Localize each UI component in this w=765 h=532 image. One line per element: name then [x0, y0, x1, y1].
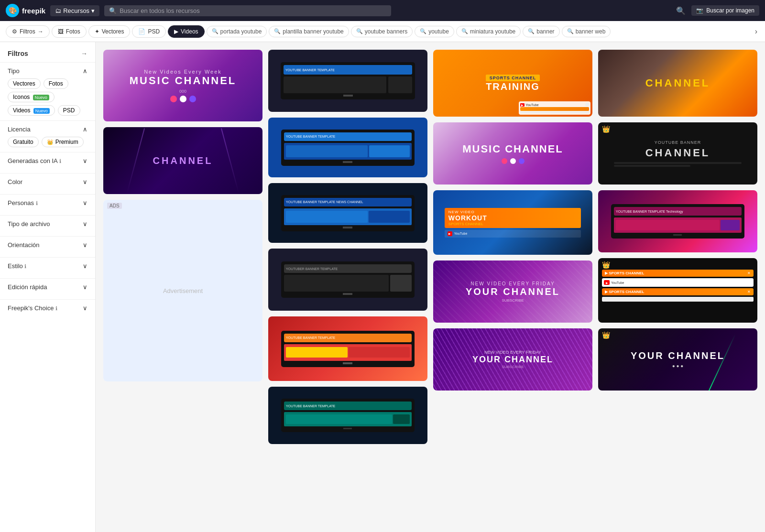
card-channel-text: CHANNEL: [153, 155, 213, 166]
card-channel-purple[interactable]: CHANNEL: [103, 127, 262, 194]
personas-section-header[interactable]: Personas ℹ ∨: [8, 199, 87, 206]
card-monitor-yt-template[interactable]: YOUTUBE BANNER TEMPLATE: [268, 50, 427, 112]
social-dot-2: [180, 96, 186, 102]
monitor-screen-left: [284, 76, 387, 93]
edicion-section-header[interactable]: Edición rápida ∨: [8, 283, 87, 291]
workout-title: WORKOUT: [448, 214, 577, 222]
card-music-channel-gradient[interactable]: MUSIC CHANNEL: [433, 122, 592, 185]
card-monitor-news[interactable]: YOUTUBE BANNER TEMPLATE NEWS CHANNEL: [268, 183, 427, 243]
vectors-icon: ✦: [95, 28, 99, 35]
filters-toggle-button[interactable]: ⚙ Filtros →: [6, 25, 50, 38]
search-by-image-label: Buscar por imagen: [706, 7, 754, 14]
nav-right: 🔍 📷 Buscar por imagen: [676, 5, 759, 16]
card-monitor-esports[interactable]: YOUTUBE BANNER TEMPLATE: [268, 118, 427, 177]
tag-miniatura-label: miniatura youtube: [470, 28, 515, 35]
card-dark-your-channel[interactable]: 👑 YOUR CHANNEL ● ● ●: [598, 328, 757, 391]
color-section-header[interactable]: Color ∨: [8, 178, 87, 185]
tab-psd[interactable]: 📄 PSD: [132, 25, 166, 38]
tag-youtube[interactable]: 🔍 youtube: [415, 26, 454, 37]
freepik-section-header[interactable]: Freepik's Choice ℹ ∨: [8, 304, 87, 312]
chip-fotos[interactable]: Fotos: [44, 78, 68, 89]
psd-icon: 📄: [138, 28, 145, 35]
tag-youtube-banners[interactable]: 🔍 youtube banners: [351, 26, 413, 37]
tag-plantilla-banner[interactable]: 🔍 plantilla banner youtube: [269, 26, 349, 37]
chip-videos[interactable]: Videos Nuevo: [8, 105, 55, 116]
tag-banner[interactable]: 🔍 banner: [523, 26, 559, 37]
ia-section-header[interactable]: Generadas con IA ℹ ∨: [8, 157, 87, 164]
search-tag-icon6: 🔍: [528, 28, 535, 34]
youtuber-screen-1: [284, 275, 389, 292]
tag-banner-label: banner: [536, 28, 554, 35]
chip-psd[interactable]: PSD: [58, 105, 80, 116]
tab-fotos[interactable]: 🖼 Fotos: [52, 25, 87, 38]
more-tags-button[interactable]: ›: [753, 25, 759, 38]
estilo-section-header[interactable]: Estilo ℹ ∨: [8, 262, 87, 270]
tipo-archivo-title: Tipo de archivo: [8, 220, 50, 228]
chip-iconos[interactable]: Iconos Nuevo: [8, 92, 55, 102]
sidebar: Filtros → Tipo ∧ Vectores Fotos Iconos N…: [0, 42, 96, 532]
tab-fotos-label: Fotos: [66, 28, 80, 35]
licencia-title: Licencia: [8, 126, 31, 133]
orientacion-section-header[interactable]: Orientación ∨: [8, 241, 87, 249]
tag-miniatura-youtube[interactable]: 🔍 miniatura youtube: [456, 26, 521, 37]
card-monitor-red[interactable]: YOUTUBE BANNER TEMPLATE: [268, 316, 427, 381]
licencia-section-header[interactable]: Licencia ∧: [8, 126, 87, 133]
search-icon-btn[interactable]: 🔍: [676, 6, 686, 15]
chip-premium[interactable]: 👑 Premium: [42, 137, 84, 147]
chip-vectores[interactable]: Vectores: [8, 78, 41, 89]
tab-vectores[interactable]: ✦ Vectores: [88, 25, 131, 38]
card-workout-sports[interactable]: NEW VIDEO WORKOUT SPORTS CHANNEL ▶ YouTu…: [433, 190, 592, 255]
your-channel-text: YOUR CHANNEL: [466, 286, 560, 297]
card-monitor-teal[interactable]: YOUTUBE BANNER TEMPLATE: [268, 387, 427, 444]
resources-button[interactable]: 🗂 Recursos ▾: [50, 5, 99, 16]
brown-channel-text: CHANNEL: [645, 77, 710, 89]
filter-section-tipo: Tipo ∧ Vectores Fotos Iconos Nuevo Video…: [0, 62, 95, 120]
new-video-label: NEW VIDEO: [448, 210, 577, 214]
ads-placeholder: Advertisement: [163, 287, 203, 294]
tag-banner-web[interactable]: 🔍 banner web: [562, 26, 611, 37]
filter-section-orientacion: Orientación ∨: [0, 236, 95, 257]
tab-videos-label: Videos: [181, 28, 198, 35]
tipo-section-header[interactable]: Tipo ∧: [8, 67, 87, 75]
orientacion-title: Orientación: [8, 241, 39, 249]
card-purple-your-channel[interactable]: NEW VIDEO EVERY FRIDAY YOUR CHANNEL SUBS…: [433, 261, 592, 323]
main-layout: Filtros → Tipo ∧ Vectores Fotos Iconos N…: [0, 42, 765, 532]
magenta-stand: [673, 234, 682, 236]
card-music-channel-pink[interactable]: New Videos Every Week MUSIC CHANNEL 000: [103, 50, 262, 121]
esports-label: YOUTUBE BANNER TEMPLATE: [286, 135, 335, 138]
yt-small-icon: ▶: [448, 231, 452, 236]
tag-portada-youtube[interactable]: 🔍 portada youtube: [207, 26, 267, 37]
licencia-chips: Gratuito 👑 Premium: [8, 137, 87, 147]
subscribe-text: SUBSCRIBE: [466, 298, 560, 303]
sidebar-collapse-button[interactable]: →: [81, 50, 87, 57]
card-sports-training[interactable]: SPORTS CHANNEL TRAINING ▶ YouTube: [433, 50, 592, 117]
tag-plantilla-label: plantilla banner youtube: [283, 28, 343, 35]
color-title: Color: [8, 178, 22, 185]
card-purple-lines[interactable]: NEW VIDEO EVERY FRIDAY YOUR CHANNEL SUBS…: [433, 328, 592, 391]
card-brown-channel[interactable]: CHANNEL: [598, 50, 757, 117]
news-label: YOUTUBE BANNER TEMPLATE NEWS CHANNEL: [286, 200, 363, 204]
tag-banner-web-label: banner web: [576, 28, 606, 35]
search-bar[interactable]: 🔍: [104, 5, 391, 16]
card-monitor-youtuber[interactable]: YOUTUBER BANNER TEMPLATE: [268, 249, 427, 311]
personas-title: Personas ℹ: [8, 199, 38, 206]
edicion-title: Edición rápida: [8, 283, 47, 291]
teal-label: YOUTUBE BANNER TEMPLATE: [286, 404, 335, 408]
filter-section-tipo-archivo: Tipo de archivo ∨: [0, 215, 95, 236]
card-monitor-magenta[interactable]: YOUTUBE BANNER TEMPLATE Technology: [598, 190, 757, 252]
sidebar-title: Filtros: [8, 50, 28, 57]
social-icons-dark: ● ● ●: [672, 363, 684, 369]
esports-stand: [343, 161, 352, 163]
card-black-youtube-banner[interactable]: YOUTUBE BANNER CHANNEL 👑: [598, 122, 757, 185]
card-sports-channel-dark[interactable]: 👑 ▶ SPORTS CHANNEL ✕ ▶ YouTube: [598, 258, 757, 323]
tab-videos[interactable]: ▶ Videos: [168, 25, 204, 38]
estilo-title: Estilo ℹ: [8, 262, 26, 270]
social-dot-1: [170, 96, 177, 102]
search-input[interactable]: [120, 7, 386, 14]
search-by-image-button[interactable]: 📷 Buscar por imagen: [691, 5, 759, 16]
logo-text: freepik: [22, 7, 45, 15]
logo[interactable]: 🎨 freepik: [6, 4, 45, 17]
chip-gratuito[interactable]: Gratuito: [8, 137, 39, 147]
magenta-label: YOUTUBE BANNER TEMPLATE Technology: [616, 210, 683, 213]
tipo-archivo-section-header[interactable]: Tipo de archivo ∨: [8, 220, 87, 228]
